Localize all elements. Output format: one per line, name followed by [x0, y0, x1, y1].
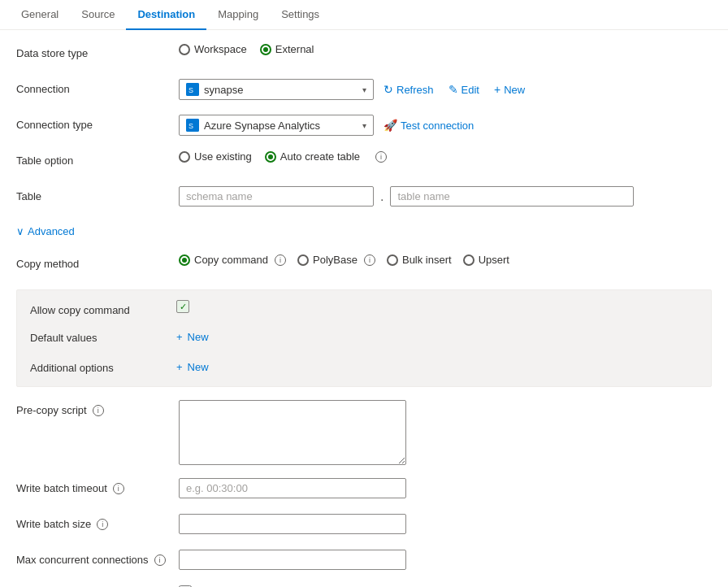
- write-batch-size-input[interactable]: [179, 514, 406, 534]
- data-store-radio-group: Workspace External: [179, 43, 314, 55]
- bulk-insert-label: Bulk insert: [402, 254, 452, 266]
- write-batch-timeout-control: [179, 478, 712, 498]
- connection-type-select[interactable]: S Azure Synapse Analytics ▾: [179, 115, 374, 136]
- table-separator: .: [379, 189, 385, 204]
- write-batch-timeout-label-text: Write batch timeout: [16, 482, 107, 494]
- tab-settings[interactable]: Settings: [270, 0, 331, 30]
- max-concurrent-connections-input[interactable]: [179, 550, 406, 570]
- copy-command-info-icon[interactable]: i: [275, 254, 286, 266]
- svg-text:S: S: [188, 122, 193, 130]
- additional-options-row: Additional options + New: [30, 358, 698, 376]
- radio-workspace[interactable]: Workspace: [179, 43, 247, 55]
- additional-options-label: Additional options: [30, 358, 176, 374]
- connection-label: Connection: [16, 79, 179, 95]
- radio-use-existing-label: Use existing: [194, 150, 252, 163]
- tab-mapping[interactable]: Mapping: [206, 0, 270, 30]
- test-connection-button[interactable]: 🚀 Test connection: [379, 115, 479, 135]
- table-row: Table .: [16, 186, 712, 209]
- connection-type-icon: S: [186, 119, 199, 132]
- table-option-info-icon[interactable]: i: [375, 151, 387, 163]
- allow-copy-command-row: Allow copy command ✓: [30, 300, 698, 316]
- radio-copy-command[interactable]: Copy command i: [179, 254, 286, 266]
- connection-type-chevron-icon: ▾: [362, 121, 366, 130]
- new-connection-button[interactable]: + New: [489, 80, 530, 99]
- polybase-info-icon[interactable]: i: [364, 254, 375, 266]
- table-label: Table: [16, 186, 179, 202]
- radio-auto-create-label: Auto create table: [280, 150, 360, 163]
- radio-auto-create-circle: [265, 151, 276, 163]
- write-batch-timeout-label: Write batch timeout i: [16, 478, 179, 494]
- test-connection-icon: 🚀: [384, 119, 397, 132]
- svg-text:S: S: [188, 86, 193, 94]
- radio-workspace-circle: [179, 44, 190, 55]
- max-concurrent-connections-row: Max concurrent connections i: [16, 550, 712, 572]
- tab-destination[interactable]: Destination: [126, 0, 206, 30]
- connection-type-label: Connection type: [16, 115, 179, 131]
- default-values-new-label: New: [188, 331, 209, 343]
- radio-external-circle: [260, 44, 271, 55]
- copy-command-label: Copy command: [194, 254, 268, 266]
- edit-button[interactable]: ✎ Edit: [444, 80, 484, 99]
- table-name-input[interactable]: [390, 186, 634, 207]
- table-option-label: Table option: [16, 150, 179, 167]
- default-values-control: + New: [176, 328, 698, 346]
- advanced-toggle[interactable]: ∨ Advanced: [16, 222, 712, 241]
- additional-options-plus-icon: +: [176, 361, 183, 373]
- synapse-svg-icon: S: [186, 83, 199, 96]
- test-connection-label: Test connection: [401, 120, 474, 132]
- radio-polybase-circle: [297, 254, 309, 266]
- connection-select[interactable]: S synapse ▾: [179, 79, 374, 100]
- pre-copy-script-info-icon[interactable]: i: [93, 405, 104, 416]
- radio-upsert[interactable]: Upsert: [463, 254, 509, 266]
- pre-copy-script-textarea[interactable]: [179, 400, 406, 465]
- max-concurrent-connections-label-text: Max concurrent connections: [16, 554, 149, 566]
- connection-control: S synapse ▾ ↻ Refresh ✎ Edit + New: [179, 79, 712, 100]
- pre-copy-script-label: Pre-copy script i: [16, 400, 179, 416]
- max-concurrent-connections-info-icon[interactable]: i: [154, 554, 166, 566]
- copy-method-row: Copy method Copy command i PolyBase i Bu…: [16, 254, 712, 276]
- table-option-radio-group: Use existing Auto create table i: [179, 150, 387, 163]
- data-store-type-row: Data store type Workspace External: [16, 43, 712, 66]
- copy-method-options: Copy command i PolyBase i Bulk insert Up…: [179, 254, 509, 266]
- tab-bar: General Source Destination Mapping Setti…: [0, 0, 728, 30]
- write-batch-timeout-info-icon[interactable]: i: [113, 483, 124, 494]
- write-batch-size-row: Write batch size i: [16, 514, 712, 537]
- checkbox-check-icon: ✓: [180, 302, 187, 312]
- radio-bulk-insert-circle: [387, 254, 398, 266]
- allow-copy-command-checkbox[interactable]: ✓: [176, 300, 189, 313]
- radio-bulk-insert[interactable]: Bulk insert: [387, 254, 452, 266]
- table-option-control: Use existing Auto create table i: [179, 150, 712, 163]
- max-concurrent-connections-label: Max concurrent connections i: [16, 550, 179, 566]
- polybase-label: PolyBase: [313, 254, 358, 266]
- connection-value: synapse: [204, 84, 358, 96]
- pre-copy-script-control: [179, 400, 712, 465]
- max-concurrent-connections-control: [179, 550, 712, 570]
- tab-source[interactable]: Source: [70, 0, 126, 30]
- default-values-add-new-button[interactable]: + New: [176, 328, 209, 346]
- refresh-label: Refresh: [396, 84, 434, 96]
- additional-options-add-new-button[interactable]: + New: [176, 358, 209, 376]
- radio-workspace-label: Workspace: [194, 43, 247, 55]
- radio-external-label: External: [275, 43, 314, 55]
- schema-name-input[interactable]: [179, 186, 374, 207]
- radio-external[interactable]: External: [260, 43, 314, 55]
- refresh-icon: ↻: [384, 83, 393, 96]
- data-store-type-label: Data store type: [16, 43, 179, 59]
- tab-general[interactable]: General: [10, 0, 70, 30]
- radio-use-existing[interactable]: Use existing: [179, 150, 252, 163]
- connection-chevron-icon: ▾: [362, 85, 366, 94]
- write-batch-size-info-icon[interactable]: i: [97, 519, 108, 530]
- upsert-label: Upsert: [479, 254, 509, 266]
- default-values-label: Default values: [30, 328, 176, 344]
- radio-auto-create[interactable]: Auto create table: [265, 150, 360, 163]
- refresh-button[interactable]: ↻ Refresh: [379, 80, 439, 99]
- synapse-select-icon: S: [186, 83, 199, 96]
- connection-type-control: S Azure Synapse Analytics ▾ 🚀 Test conne…: [179, 115, 712, 136]
- allow-copy-command-control: ✓: [176, 300, 698, 313]
- write-batch-timeout-input[interactable]: [179, 478, 406, 498]
- destination-form: Data store type Workspace External Conne…: [0, 30, 728, 587]
- data-store-type-control: Workspace External: [179, 43, 712, 55]
- connection-type-svg-icon: S: [186, 119, 199, 132]
- radio-use-existing-circle: [179, 151, 190, 163]
- radio-polybase[interactable]: PolyBase i: [297, 254, 375, 266]
